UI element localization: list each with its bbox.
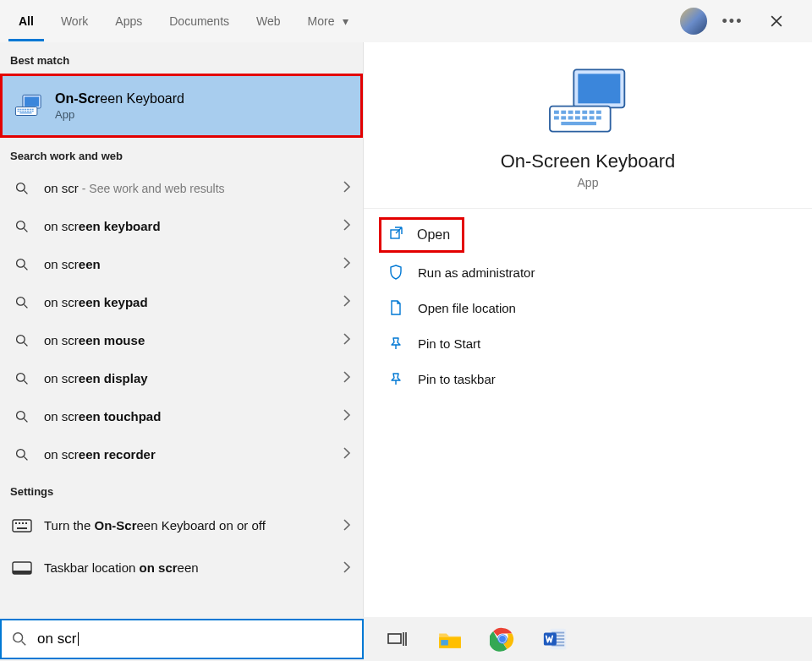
keyboard-icon <box>14 94 43 117</box>
chevron-right-icon <box>343 519 351 533</box>
detail-subtitle: App <box>578 176 599 189</box>
tab-apps[interactable]: Apps <box>105 1 152 41</box>
search-icon <box>12 334 32 347</box>
word-app[interactable] <box>536 620 573 658</box>
suggestion-text: on screen touchpad <box>44 409 343 423</box>
svg-rect-26 <box>13 520 31 532</box>
chrome-app[interactable] <box>484 620 521 658</box>
web-suggestion[interactable]: on screen touchpad <box>0 397 363 435</box>
svg-rect-46 <box>568 117 573 120</box>
settings-suggestions-list: Turn the On-Screen Keyboard on or offTas… <box>0 505 363 589</box>
svg-rect-33 <box>13 571 31 574</box>
svg-rect-9 <box>32 109 34 110</box>
action-run-admin-label: Run as administrator <box>418 265 535 280</box>
svg-point-25 <box>17 449 25 457</box>
taskview-button[interactable] <box>379 620 416 658</box>
web-suggestion[interactable]: on screen keypad <box>0 283 363 321</box>
chevron-right-icon <box>343 295 351 309</box>
settings-suggestion[interactable]: Turn the On-Screen Keyboard on or off <box>0 505 363 547</box>
svg-point-21 <box>17 297 25 305</box>
action-pin-start[interactable]: Pin to Start <box>379 325 797 361</box>
settings-suggestion[interactable]: Taskbar location on screen <box>0 547 363 589</box>
user-avatar[interactable] <box>680 8 707 35</box>
chevron-right-icon <box>343 257 351 271</box>
search-icon <box>12 296 32 309</box>
suggestion-text: on screen recorder <box>44 447 343 462</box>
pin-icon <box>387 336 404 350</box>
tab-documents[interactable]: Documents <box>159 1 239 41</box>
chevron-right-icon <box>343 447 351 462</box>
chevron-right-icon <box>343 181 351 195</box>
detail-app-icon <box>546 64 630 140</box>
svg-point-22 <box>17 335 25 343</box>
chevron-right-icon <box>343 561 351 576</box>
svg-rect-5 <box>22 109 24 110</box>
svg-rect-51 <box>561 122 596 125</box>
dock-icon <box>12 561 32 575</box>
detail-title: On-Screen Keyboard <box>501 150 676 172</box>
settings-header: Settings <box>0 473 363 505</box>
action-open-label: Open <box>417 227 450 243</box>
search-icon <box>12 631 27 647</box>
suggestion-text: on screen keypad <box>44 295 343 309</box>
svg-point-53 <box>14 633 23 642</box>
svg-rect-49 <box>590 117 595 120</box>
svg-rect-16 <box>32 111 34 112</box>
web-suggestion[interactable]: on screen recorder <box>0 435 363 473</box>
action-run-administrator[interactable]: Run as administrator <box>379 254 797 290</box>
taskbar <box>364 617 812 661</box>
search-icon <box>12 410 32 423</box>
svg-rect-31 <box>17 527 27 529</box>
chevron-right-icon <box>343 409 351 423</box>
suggestion-text: Turn the On-Screen Keyboard on or off <box>44 518 343 534</box>
chevron-right-icon <box>343 333 351 347</box>
svg-rect-56 <box>441 640 448 645</box>
svg-rect-15 <box>30 111 31 112</box>
svg-rect-44 <box>554 117 559 120</box>
svg-rect-38 <box>561 111 566 114</box>
close-icon <box>771 15 782 27</box>
best-match-header: Best match <box>0 42 363 74</box>
svg-rect-10 <box>18 111 19 112</box>
tab-more[interactable]: More ▾ <box>298 1 359 41</box>
svg-rect-41 <box>582 111 587 114</box>
web-suggestion[interactable]: on scr - See work and web results <box>0 169 363 207</box>
svg-rect-3 <box>18 109 19 110</box>
best-match-item[interactable]: On-Screen Keyboard App <box>0 74 363 138</box>
action-pin-taskbar[interactable]: Pin to taskbar <box>379 361 797 396</box>
svg-rect-1 <box>25 96 39 106</box>
web-suggestion[interactable]: on screen mouse <box>0 321 363 359</box>
svg-point-18 <box>17 183 25 191</box>
file-location-icon <box>387 300 404 315</box>
chevron-right-icon <box>343 371 351 385</box>
action-pin-start-label: Pin to Start <box>418 336 480 351</box>
chevron-down-icon: ▾ <box>343 14 348 28</box>
svg-rect-40 <box>575 111 580 114</box>
search-icon <box>12 220 32 233</box>
svg-rect-30 <box>25 522 27 524</box>
tab-all[interactable]: All <box>8 1 44 41</box>
tab-work[interactable]: Work <box>51 1 98 41</box>
web-suggestion[interactable]: on screen display <box>0 359 363 397</box>
web-suggestion[interactable]: on screen keyboard <box>0 207 363 245</box>
filter-tab-bar: All Work Apps Documents Web More ▾ ••• <box>0 0 812 42</box>
svg-rect-4 <box>19 109 21 110</box>
svg-rect-27 <box>15 522 17 524</box>
action-open[interactable]: Open <box>379 217 464 253</box>
options-button[interactable]: ••• <box>721 9 744 33</box>
action-open-file-location[interactable]: Open file location <box>379 290 797 325</box>
svg-point-19 <box>17 221 25 229</box>
results-column: Best match <box>0 42 364 617</box>
svg-rect-8 <box>30 109 31 110</box>
web-suggestion[interactable]: on screen <box>0 245 363 283</box>
svg-rect-43 <box>596 111 601 114</box>
svg-rect-7 <box>27 109 29 110</box>
svg-rect-13 <box>25 111 26 112</box>
tab-web[interactable]: Web <box>246 1 291 41</box>
action-pin-taskbar-label: Pin to taskbar <box>418 372 496 386</box>
search-input[interactable]: on scr <box>0 619 364 659</box>
detail-hero: On-Screen Keyboard App <box>364 42 812 209</box>
file-explorer-app[interactable] <box>431 620 469 658</box>
close-button[interactable] <box>758 3 795 40</box>
search-icon <box>12 182 32 195</box>
